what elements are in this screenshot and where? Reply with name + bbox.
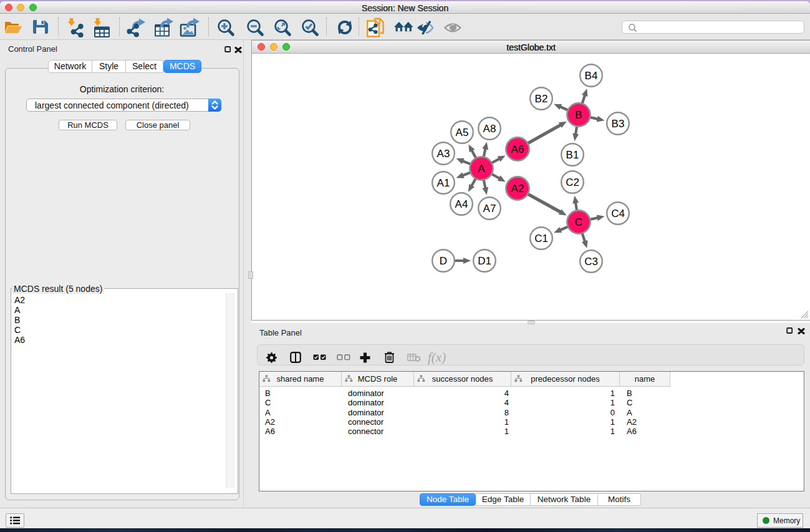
svg-text:B: B — [575, 109, 582, 121]
svg-text:D: D — [440, 255, 447, 267]
svg-text:B2: B2 — [535, 93, 548, 105]
svg-text:A5: A5 — [456, 127, 469, 138]
svg-text:A3: A3 — [437, 148, 450, 160]
svg-text:A1: A1 — [437, 177, 450, 189]
svg-text:C4: C4 — [611, 208, 625, 220]
svg-text:A: A — [478, 163, 485, 175]
svg-text:C2: C2 — [566, 177, 579, 188]
svg-text:C1: C1 — [534, 233, 548, 244]
svg-text:B3: B3 — [612, 118, 625, 130]
svg-text:B1: B1 — [566, 149, 579, 161]
svg-text:A2: A2 — [511, 183, 524, 195]
svg-text:D1: D1 — [478, 255, 491, 267]
svg-text:A8: A8 — [483, 123, 496, 135]
svg-text:B4: B4 — [585, 70, 598, 82]
svg-text:C3: C3 — [584, 256, 598, 268]
svg-text:C: C — [575, 216, 582, 228]
svg-text:A7: A7 — [483, 203, 496, 215]
svg-text:A6: A6 — [511, 143, 524, 155]
svg-text:A4: A4 — [455, 198, 468, 210]
